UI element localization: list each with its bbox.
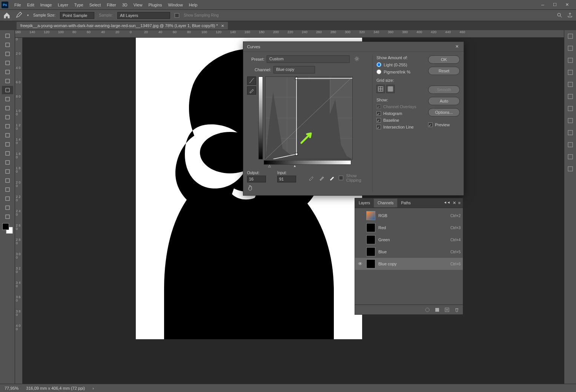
curve-pencil-tool[interactable] xyxy=(247,86,256,95)
highlight-slider-icon[interactable]: ▲ xyxy=(293,164,296,168)
panel-icon-11[interactable] xyxy=(567,165,574,173)
panel-icon-4[interactable] xyxy=(567,81,574,88)
wand-tool[interactable] xyxy=(2,59,13,67)
menu-file[interactable]: File xyxy=(11,1,24,9)
eyedropper-tool-icon[interactable] xyxy=(15,12,23,19)
zoom-tool[interactable] xyxy=(2,213,13,221)
panel-icon-6[interactable] xyxy=(567,105,574,112)
gradient-tool[interactable] xyxy=(2,140,13,149)
preview-checkbox[interactable] xyxy=(428,122,433,127)
rectangle-tool[interactable] xyxy=(2,194,13,203)
history-tool[interactable] xyxy=(2,122,13,130)
menu-window[interactable]: Window xyxy=(165,1,186,9)
load-selection-icon[interactable] xyxy=(424,307,430,313)
shadow-slider-icon[interactable]: △ xyxy=(268,164,271,168)
frame-tool[interactable] xyxy=(2,77,13,85)
foreground-background-colors[interactable] xyxy=(2,223,13,234)
panel-icon-3[interactable] xyxy=(567,69,574,76)
channel-row-blue-copy[interactable]: 👁Blue copyCtrl+6 xyxy=(355,258,463,270)
channel-overlays-checkbox[interactable] xyxy=(376,104,381,109)
panel-icon-10[interactable] xyxy=(567,153,574,161)
blur-tool[interactable] xyxy=(2,149,13,158)
delete-channel-icon[interactable] xyxy=(454,307,460,313)
show-clipping-checkbox[interactable] xyxy=(339,176,343,180)
menu-type[interactable]: Type xyxy=(71,1,86,9)
menu-select[interactable]: Select xyxy=(86,1,104,9)
grid-small-button[interactable] xyxy=(376,85,385,93)
marquee-tool[interactable] xyxy=(2,41,13,49)
smooth-button[interactable]: Smooth xyxy=(428,86,460,94)
panel-icon-2[interactable] xyxy=(567,57,574,64)
show-ring-checkbox[interactable] xyxy=(175,13,179,18)
gray-point-eyedropper-icon[interactable] xyxy=(318,174,326,182)
chevron-right-icon[interactable]: › xyxy=(92,386,94,390)
close-tab-icon[interactable]: ✕ xyxy=(221,24,224,28)
menu-plugins[interactable]: Plugins xyxy=(145,1,165,9)
panel-icon-7[interactable] xyxy=(567,117,574,124)
channel-row-red[interactable]: RedCtrl+3 xyxy=(355,222,463,234)
reset-button[interactable]: Reset xyxy=(428,67,460,75)
hand-icon[interactable] xyxy=(247,185,253,191)
channel-row-green[interactable]: GreenCtrl+4 xyxy=(355,234,463,246)
channel-select[interactable]: Blue copy xyxy=(273,66,315,74)
hand-tool[interactable] xyxy=(2,204,13,212)
collapse-panel-icon[interactable]: ◄◄ xyxy=(444,201,450,205)
options-button[interactable]: Options... xyxy=(428,108,460,116)
sample-select[interactable]: All Layers xyxy=(117,12,170,19)
dialog-close-button[interactable]: ✕ xyxy=(454,44,460,50)
visibility-icon[interactable]: 👁 xyxy=(357,261,363,266)
panel-icon-9[interactable] xyxy=(567,141,574,149)
panel-icon-8[interactable] xyxy=(567,129,574,136)
close-button[interactable]: ✕ xyxy=(564,2,570,8)
share-icon[interactable] xyxy=(567,12,573,19)
intersection-checkbox[interactable] xyxy=(376,125,381,129)
zoom-value[interactable]: 77,95% xyxy=(5,386,18,390)
panel-icon-0[interactable] xyxy=(567,32,574,40)
curve-point-tool[interactable] xyxy=(247,77,256,85)
input-input[interactable] xyxy=(277,176,296,182)
new-channel-icon[interactable] xyxy=(444,307,450,313)
patch-tool[interactable] xyxy=(2,95,13,103)
minimize-button[interactable]: ─ xyxy=(540,2,546,8)
menu-view[interactable]: View xyxy=(131,1,146,9)
home-icon[interactable] xyxy=(3,12,11,19)
save-selection-icon[interactable] xyxy=(434,307,440,313)
maximize-button[interactable]: ☐ xyxy=(552,2,558,8)
tab-paths[interactable]: Paths xyxy=(397,199,415,207)
gear-icon[interactable] xyxy=(354,56,359,62)
pen-tool[interactable] xyxy=(2,167,13,176)
output-input[interactable] xyxy=(247,176,266,182)
eyedropper-tool[interactable] xyxy=(2,86,13,94)
black-point-eyedropper-icon[interactable] xyxy=(307,174,315,182)
tab-layers[interactable]: Layers xyxy=(355,199,374,207)
sample-size-select[interactable]: Point Sample xyxy=(60,12,94,19)
light-radio[interactable] xyxy=(376,62,381,67)
white-point-eyedropper-icon[interactable] xyxy=(328,174,336,182)
document-tab[interactable]: freepik__a-young-woman-with-dark-hair-we… xyxy=(17,22,228,29)
preset-select[interactable]: Custom xyxy=(267,55,350,63)
panel-menu-icon[interactable]: ≡ xyxy=(458,201,461,205)
tab-channels[interactable]: Channels xyxy=(374,199,397,207)
auto-button[interactable]: Auto xyxy=(428,97,460,105)
grid-large-button[interactable] xyxy=(386,85,395,93)
menu-layer[interactable]: Layer xyxy=(55,1,71,9)
chevron-down-icon[interactable]: ▾ xyxy=(27,14,29,17)
crop-tool[interactable] xyxy=(2,68,13,76)
menu-image[interactable]: Image xyxy=(37,1,55,9)
move-tool[interactable] xyxy=(2,32,13,40)
panel-icon-1[interactable] xyxy=(567,44,574,52)
channel-row-rgb[interactable]: RGBCtrl+2 xyxy=(355,210,463,222)
close-panel-icon[interactable]: ✕ xyxy=(453,201,456,205)
eraser-tool[interactable] xyxy=(2,131,13,139)
panel-icon-5[interactable] xyxy=(567,93,574,100)
brush-tool[interactable] xyxy=(2,104,13,112)
curves-graph[interactable] xyxy=(265,77,353,159)
menu-help[interactable]: Help xyxy=(186,1,201,9)
search-icon[interactable] xyxy=(556,12,562,19)
ok-button[interactable]: OK xyxy=(428,55,460,64)
dodge-tool[interactable] xyxy=(2,158,13,167)
pigment-radio[interactable] xyxy=(376,69,381,74)
stamp-tool[interactable] xyxy=(2,113,13,121)
menu-3d[interactable]: 3D xyxy=(119,1,131,9)
menu-edit[interactable]: Edit xyxy=(24,1,37,9)
